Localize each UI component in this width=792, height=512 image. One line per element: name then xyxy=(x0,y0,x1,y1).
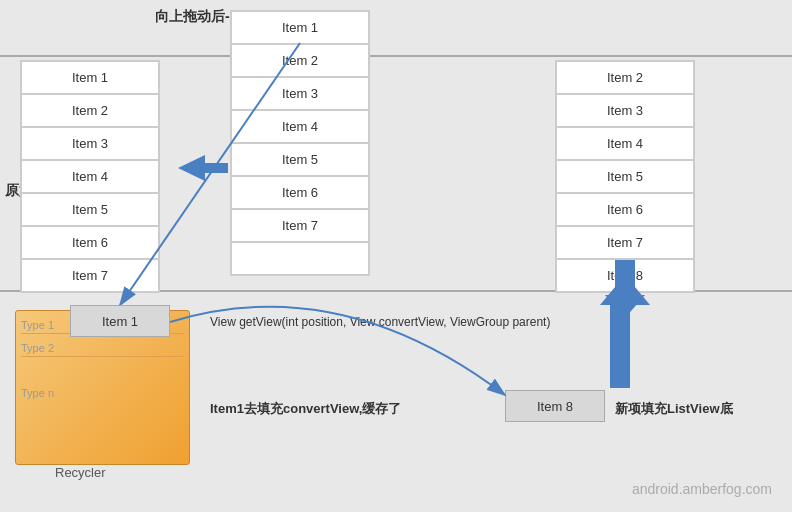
recycler-label: Recycler xyxy=(55,465,106,480)
list-item: Item 6 xyxy=(231,176,369,209)
list-item: Item 4 xyxy=(556,127,694,160)
list-item: Item 3 xyxy=(21,127,159,160)
list-item: Item 6 xyxy=(21,226,159,259)
list-item: Item 7 xyxy=(231,209,369,242)
list-item: Item 4 xyxy=(231,110,369,143)
arrow-up-icon xyxy=(610,300,630,388)
list-item: Item 7 xyxy=(21,259,159,292)
arrow-down-head-icon xyxy=(605,295,645,318)
watermark: android.amberfog.com xyxy=(632,481,772,497)
list-item: Item 3 xyxy=(556,94,694,127)
list-item: Item 2 xyxy=(21,94,159,127)
list-item: Item 1 xyxy=(21,61,159,94)
list-item: Item 4 xyxy=(21,160,159,193)
item8-label: Item 8 xyxy=(537,399,573,414)
item1-floating: Item 1 xyxy=(70,305,170,337)
list-item: Item 5 xyxy=(556,160,694,193)
list-item-empty xyxy=(231,242,369,275)
arrow-right-icon xyxy=(178,155,228,181)
list-item: Item 2 xyxy=(556,61,694,94)
list-after: Item 1 Item 2 Item 3 Item 4 Item 5 Item … xyxy=(230,10,370,276)
list-item: Item 7 xyxy=(556,226,694,259)
recycler-type2: Type 2 xyxy=(16,334,189,356)
h-line-top xyxy=(0,55,792,57)
item8-box: Item 8 xyxy=(505,390,605,422)
list-right: Item 2 Item 3 Item 4 Item 5 Item 6 Item … xyxy=(555,60,695,293)
list-item: Item 5 xyxy=(231,143,369,176)
list-item: Item 6 xyxy=(556,193,694,226)
list-original: Item 1 Item 2 Item 3 Item 4 Item 5 Item … xyxy=(20,60,160,293)
recycler-typen: Type n xyxy=(16,357,189,401)
list-item: Item 2 xyxy=(231,44,369,77)
item1-label: Item 1 xyxy=(102,314,138,329)
new-fill-text: 新项填充ListView底 xyxy=(615,400,733,418)
item1-fill-text: Item1去填充convertView,缓存了 xyxy=(210,400,401,418)
main-container: 原始-> 向上拖动后-> Item 1 Item 2 Item 3 Item 4… xyxy=(0,0,792,512)
list-item: Item 8 xyxy=(556,259,694,292)
getview-text: View getView(int position, View convertV… xyxy=(210,315,550,329)
list-item: Item 1 xyxy=(231,11,369,44)
label-drag-up: 向上拖动后-> xyxy=(155,8,238,26)
list-item: Item 5 xyxy=(21,193,159,226)
list-item: Item 3 xyxy=(231,77,369,110)
